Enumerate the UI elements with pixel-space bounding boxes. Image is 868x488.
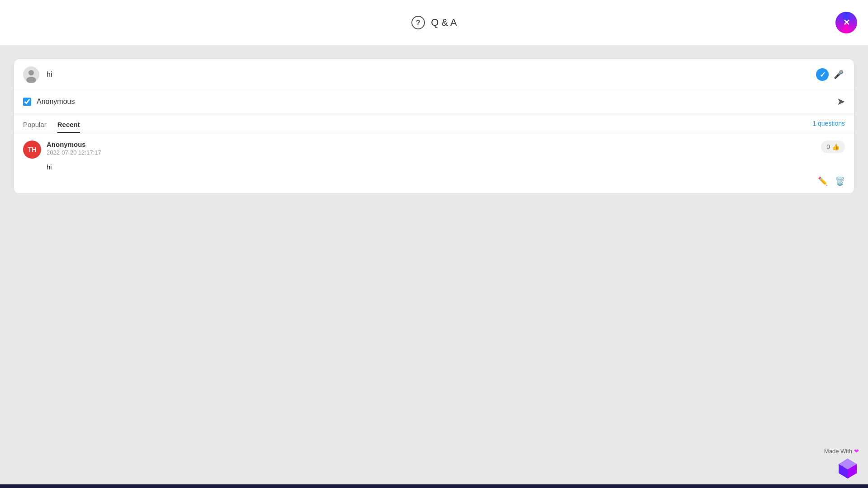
svg-point-3 xyxy=(28,70,34,75)
made-with-label: Made With xyxy=(824,448,852,455)
thumbs-up-icon: 👍 xyxy=(832,143,840,150)
like-count: 0 xyxy=(826,143,830,150)
watermark-logo xyxy=(836,456,859,479)
send-icon: ➤ xyxy=(837,96,845,108)
main-content: 🎤 Anonymous ➤ Popular Recent 1 questions… xyxy=(0,45,868,207)
input-row: 🎤 xyxy=(14,59,854,90)
tab-popular[interactable]: Popular xyxy=(23,117,47,133)
input-card: 🎤 Anonymous ➤ Popular Recent 1 questions… xyxy=(14,59,854,194)
mic-icon: 🎤 xyxy=(834,70,844,80)
like-button[interactable]: 0 👍 xyxy=(821,141,845,153)
tabs-row: Popular Recent 1 questions xyxy=(14,113,854,133)
question-text: hi xyxy=(47,163,845,171)
question-timestamp: 2022-07-20 12:17:17 xyxy=(47,149,816,156)
question-icon: ? xyxy=(411,15,425,30)
input-actions: 🎤 xyxy=(816,68,845,81)
question-author: Anonymous xyxy=(47,141,816,148)
user-avatar-icon xyxy=(23,66,39,83)
tab-recent[interactable]: Recent xyxy=(57,117,80,133)
watermark-text: Made With ❤ xyxy=(824,448,859,455)
question-meta: Anonymous 2022-07-20 12:17:17 xyxy=(47,141,816,156)
heart-icon: ❤ xyxy=(854,448,859,455)
send-button[interactable]: ➤ xyxy=(837,96,845,108)
anonymous-label: Anonymous xyxy=(37,98,831,106)
question-item: TH Anonymous 2022-07-20 12:17:17 0 👍 hi … xyxy=(14,133,854,193)
question-header: TH Anonymous 2022-07-20 12:17:17 0 👍 xyxy=(23,141,845,159)
anonymous-checkbox[interactable] xyxy=(23,98,31,106)
question-input[interactable] xyxy=(47,70,809,79)
bottom-bar xyxy=(0,484,868,488)
edit-button[interactable]: ✏️ xyxy=(818,176,828,186)
header: ? Q & A xyxy=(0,0,868,45)
page-title: Q & A xyxy=(431,17,457,28)
delete-button[interactable]: 🗑️ xyxy=(835,176,845,186)
anonymous-row: Anonymous ➤ xyxy=(14,90,854,113)
question-avatar: TH xyxy=(23,141,41,159)
question-actions: ✏️ 🗑️ xyxy=(23,176,845,186)
close-button[interactable] xyxy=(835,12,857,33)
confirm-button[interactable] xyxy=(816,68,829,81)
watermark: Made With ❤ xyxy=(824,448,859,479)
questions-count: 1 questions xyxy=(812,120,845,131)
edit-icon: ✏️ xyxy=(818,177,828,186)
svg-text:?: ? xyxy=(416,19,420,27)
header-title-wrap: ? Q & A xyxy=(411,15,457,30)
avatar-initials: TH xyxy=(28,146,37,153)
mic-button[interactable]: 🎤 xyxy=(832,68,845,81)
trash-icon: 🗑️ xyxy=(835,177,845,186)
